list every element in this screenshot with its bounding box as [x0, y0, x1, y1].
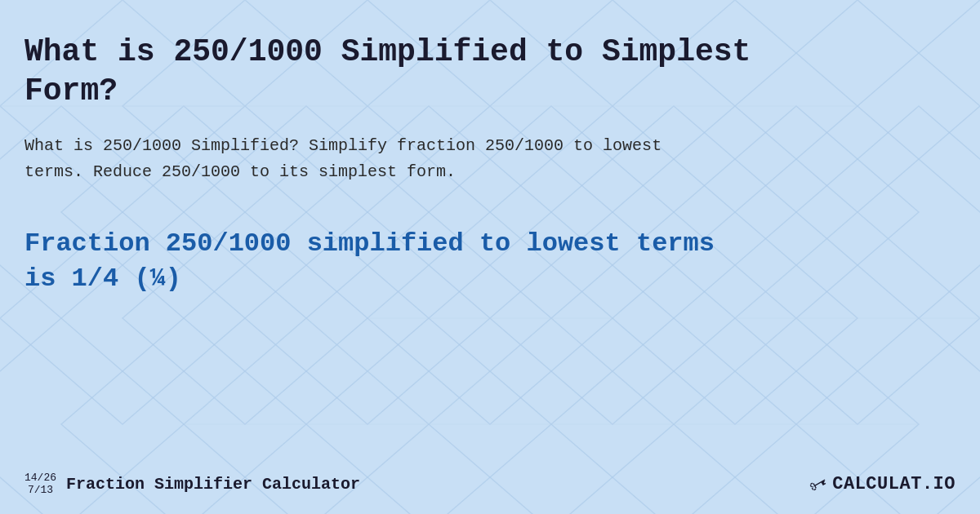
page-title: What is 250/1000 Simplified to Simplest …: [24, 33, 760, 110]
footer-left: 14/26 7/13 Fraction Simplifier Calculato…: [24, 472, 360, 496]
result-text: Fraction 250/1000 simplified to lowest t…: [24, 226, 760, 296]
fraction-bottom: 7/13: [28, 485, 53, 496]
description-text: What is 250/1000 Simplified? Simplify fr…: [24, 133, 719, 185]
key-icon: 🗝: [805, 471, 832, 498]
brand-logo: CALCULAT.IO: [832, 474, 956, 494]
fraction-display: 14/26 7/13: [24, 472, 56, 496]
main-content: What is 250/1000 Simplified to Simplest …: [0, 0, 980, 370]
footer-right: 🗝 CALCULAT.IO: [809, 473, 956, 495]
footer-label: Fraction Simplifier Calculator: [66, 475, 360, 494]
footer: 14/26 7/13 Fraction Simplifier Calculato…: [24, 472, 956, 496]
fraction-top: 14/26: [24, 472, 56, 484]
